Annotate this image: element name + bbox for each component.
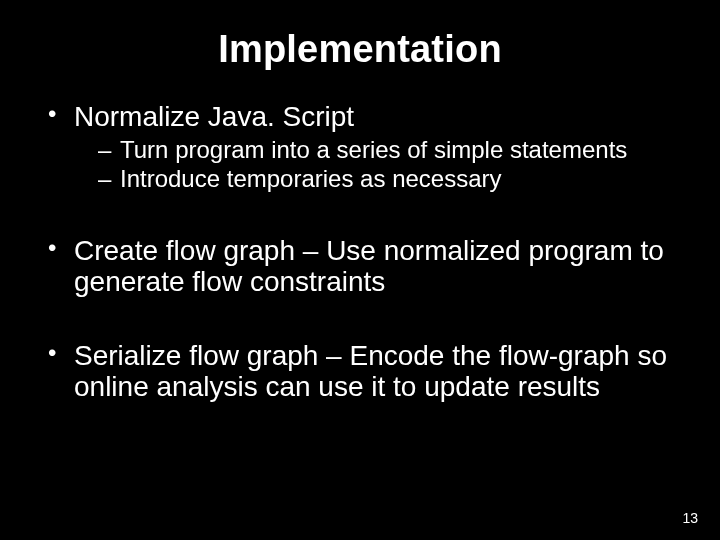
bullet-item: Normalize Java. Script Turn program into… xyxy=(46,101,674,193)
bullet-item: Create flow graph – Use normalized progr… xyxy=(46,235,674,298)
sub-bullet-item: Introduce temporaries as necessary xyxy=(98,165,674,193)
page-number: 13 xyxy=(682,510,698,526)
bullet-text: Create flow graph – Use normalized progr… xyxy=(74,235,664,297)
sub-bullet-text: Turn program into a series of simple sta… xyxy=(120,136,627,163)
sub-bullet-item: Turn program into a series of simple sta… xyxy=(98,136,674,164)
bullet-text: Serialize flow graph – Encode the flow-g… xyxy=(74,340,667,402)
slide-title: Implementation xyxy=(46,28,674,71)
bullet-list: Normalize Java. Script Turn program into… xyxy=(46,101,674,402)
sub-bullet-list: Turn program into a series of simple sta… xyxy=(74,136,674,193)
bullet-item: Serialize flow graph – Encode the flow-g… xyxy=(46,340,674,403)
sub-bullet-text: Introduce temporaries as necessary xyxy=(120,165,502,192)
bullet-text: Normalize Java. Script xyxy=(74,101,354,132)
slide: Implementation Normalize Java. Script Tu… xyxy=(0,0,720,540)
